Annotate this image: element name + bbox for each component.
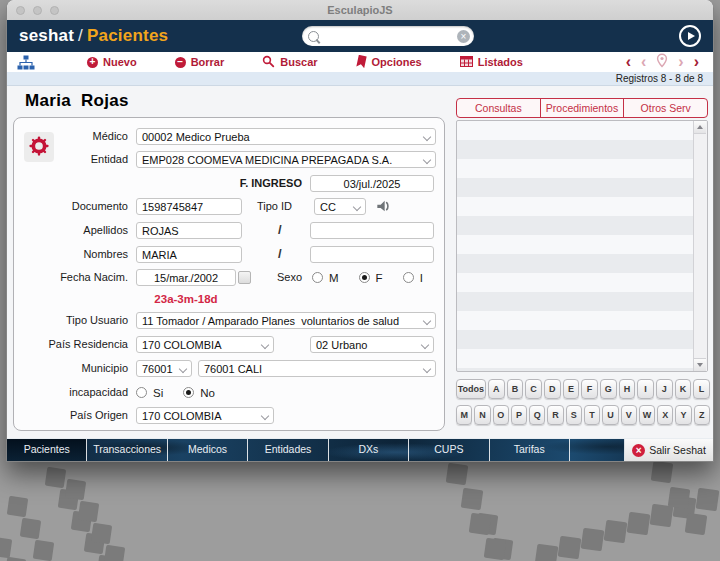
incapacidad-no-radio[interactable]: [183, 387, 194, 398]
letter-button-s[interactable]: S: [566, 405, 582, 425]
letter-button-z[interactable]: Z: [694, 405, 710, 425]
pais-origen-select[interactable]: 170 COLOMBIA: [136, 407, 274, 424]
previous-record-button[interactable]: ‹: [641, 53, 646, 71]
fecha-nacim-input[interactable]: [136, 269, 236, 286]
incapacidad-no-label: No: [200, 387, 215, 399]
exit-button[interactable]: × Salir Seshat: [625, 439, 713, 461]
nav-tab-dxs[interactable]: DXs: [329, 439, 409, 461]
records-status: Registros 8 - 8 de 8: [7, 72, 713, 86]
tab-consultas[interactable]: Consultas: [457, 99, 540, 117]
letter-button-n[interactable]: N: [474, 405, 490, 425]
letter-button-v[interactable]: V: [621, 405, 637, 425]
desktop-pattern-square: [7, 496, 28, 517]
nav-tab-pacientes[interactable]: Pacientes: [7, 439, 87, 461]
chevron-down-icon: [261, 412, 269, 420]
desktop-pattern-square: [33, 540, 54, 561]
letter-button-t[interactable]: T: [584, 405, 600, 425]
desktop-pattern-square: [20, 518, 41, 539]
apellidos-label: Apellidos: [16, 224, 128, 236]
medico-select[interactable]: 00002 Medico Prueba: [136, 128, 436, 145]
search-box[interactable]: ×: [302, 26, 474, 46]
scroll-down-icon[interactable]: [694, 358, 706, 371]
apellido2-input[interactable]: [310, 222, 434, 239]
play-icon: [688, 32, 695, 40]
municipio-select[interactable]: 76001 CALI: [198, 360, 436, 377]
pais-residencia-select[interactable]: 170 COLOMBIA: [136, 336, 274, 353]
nombre2-input[interactable]: [310, 246, 434, 263]
letter-button-i[interactable]: I: [637, 379, 654, 399]
nav-tab-entidades[interactable]: Entidades: [248, 439, 328, 461]
letter-button-d[interactable]: D: [544, 379, 561, 399]
opciones-label: Opciones: [372, 56, 422, 68]
chevron-down-icon: [179, 365, 187, 373]
chevron-down-icon: [423, 156, 431, 164]
sexo-m-radio[interactable]: [312, 272, 323, 283]
sitemap-icon[interactable]: [17, 55, 35, 70]
letter-button-l[interactable]: L: [693, 379, 710, 399]
nav-tab-transacciones[interactable]: Transacciones: [87, 439, 167, 461]
letter-button-f[interactable]: F: [581, 379, 598, 399]
letter-button-u[interactable]: U: [602, 405, 618, 425]
first-record-button[interactable]: ‹: [626, 53, 631, 71]
nav-tab-medicos[interactable]: Medicos: [168, 439, 248, 461]
letter-button-p[interactable]: P: [511, 405, 527, 425]
letter-button-k[interactable]: K: [675, 379, 692, 399]
patient-name-heading: Maria Rojas: [25, 91, 129, 111]
nombres-input[interactable]: [136, 246, 242, 263]
last-record-button[interactable]: ›: [694, 53, 699, 71]
listados-button[interactable]: Listados: [460, 56, 523, 69]
zona-select[interactable]: 02 Urbano: [310, 336, 434, 353]
letter-button-o[interactable]: O: [493, 405, 509, 425]
services-list[interactable]: [456, 120, 708, 372]
sexo-radio-group: M F I: [312, 269, 423, 286]
letter-button-h[interactable]: H: [619, 379, 636, 399]
search-icon: [308, 31, 319, 42]
letter-button-todos[interactable]: Todos: [456, 379, 486, 399]
nuevo-button[interactable]: + Nuevo: [87, 56, 137, 68]
letter-button-r[interactable]: R: [547, 405, 563, 425]
tab-otros-serv[interactable]: Otros Serv: [623, 99, 707, 117]
letter-button-j[interactable]: J: [656, 379, 673, 399]
nav-spacer: [570, 439, 625, 461]
locate-record-pin-icon[interactable]: [656, 53, 668, 72]
letter-button-e[interactable]: E: [563, 379, 580, 399]
entidad-label: Entidad: [16, 153, 128, 165]
f-ingreso-input[interactable]: [310, 175, 434, 192]
borrar-button[interactable]: − Borrar: [175, 56, 225, 68]
buscar-button[interactable]: Buscar: [262, 55, 317, 70]
letter-button-w[interactable]: W: [639, 405, 655, 425]
speaker-icon[interactable]: [376, 199, 392, 217]
letter-button-a[interactable]: A: [488, 379, 505, 399]
next-record-button[interactable]: ›: [678, 53, 683, 71]
letter-button-q[interactable]: Q: [529, 405, 545, 425]
letter-button-x[interactable]: X: [657, 405, 673, 425]
tab-procedimientos[interactable]: Procedimientos: [540, 99, 624, 117]
nav-tab-tarifas[interactable]: Tarifas: [490, 439, 570, 461]
municipio-code-select[interactable]: 76001: [136, 360, 192, 377]
chevron-down-icon: [421, 341, 429, 349]
sexo-i-radio[interactable]: [403, 272, 414, 283]
letter-button-b[interactable]: B: [507, 379, 524, 399]
desktop-pattern-square: [535, 544, 559, 561]
search-input[interactable]: [319, 30, 457, 42]
incapacidad-si-radio[interactable]: [136, 387, 147, 398]
desktop-pattern-square: [0, 537, 12, 558]
chevron-down-icon: [423, 317, 431, 325]
tipo-id-select[interactable]: CC: [314, 198, 366, 215]
entidad-select[interactable]: EMP028 COOMEVA MEDICINA PREPAGADA S.A.: [136, 151, 436, 168]
letter-button-c[interactable]: C: [525, 379, 542, 399]
opciones-button[interactable]: Opciones: [356, 55, 422, 70]
clear-search-icon[interactable]: ×: [457, 30, 470, 43]
letter-button-y[interactable]: Y: [675, 405, 691, 425]
letter-filter-row-2: MNOPQRSTUVWXYZ: [456, 405, 710, 425]
play-button[interactable]: [679, 25, 701, 47]
nombres-label: Nombres: [16, 248, 128, 260]
letter-button-m[interactable]: M: [456, 405, 472, 425]
scroll-up-icon[interactable]: [694, 121, 706, 134]
tipo-usuario-select[interactable]: 11 Tomador / Amparado Planes voluntarios…: [136, 312, 436, 329]
sexo-f-radio[interactable]: [359, 272, 370, 283]
letter-button-g[interactable]: G: [600, 379, 617, 399]
list-scrollbar[interactable]: [693, 121, 707, 371]
nav-tab-cups[interactable]: CUPS: [409, 439, 489, 461]
apellidos-input[interactable]: [136, 222, 242, 239]
